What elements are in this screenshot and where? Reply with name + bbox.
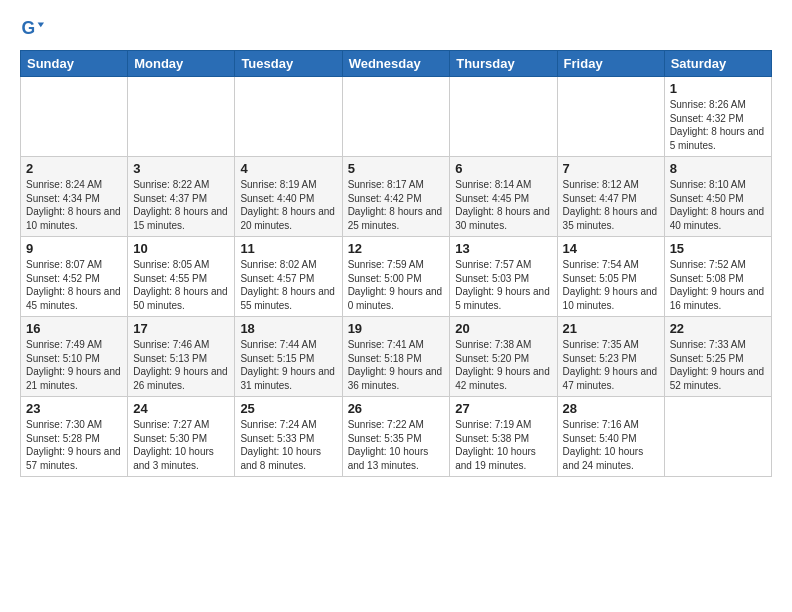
day-detail: Sunrise: 7:16 AMSunset: 5:40 PMDaylight:…	[563, 418, 659, 472]
day-number: 22	[670, 321, 766, 336]
day-detail: Sunrise: 7:19 AMSunset: 5:38 PMDaylight:…	[455, 418, 551, 472]
day-number: 9	[26, 241, 122, 256]
day-cell: 1Sunrise: 8:26 AMSunset: 4:32 PMDaylight…	[664, 77, 771, 157]
day-number: 15	[670, 241, 766, 256]
day-cell: 25Sunrise: 7:24 AMSunset: 5:33 PMDayligh…	[235, 397, 342, 477]
day-cell	[21, 77, 128, 157]
day-detail: Sunrise: 7:59 AMSunset: 5:00 PMDaylight:…	[348, 258, 445, 312]
day-number: 1	[670, 81, 766, 96]
day-detail: Sunrise: 7:57 AMSunset: 5:03 PMDaylight:…	[455, 258, 551, 312]
day-number: 19	[348, 321, 445, 336]
day-cell: 10Sunrise: 8:05 AMSunset: 4:55 PMDayligh…	[128, 237, 235, 317]
week-row-1: 1Sunrise: 8:26 AMSunset: 4:32 PMDaylight…	[21, 77, 772, 157]
day-cell	[557, 77, 664, 157]
col-header-thursday: Thursday	[450, 51, 557, 77]
day-detail: Sunrise: 7:46 AMSunset: 5:13 PMDaylight:…	[133, 338, 229, 392]
logo: G	[20, 16, 48, 40]
day-cell	[235, 77, 342, 157]
day-number: 14	[563, 241, 659, 256]
day-number: 5	[348, 161, 445, 176]
day-cell: 13Sunrise: 7:57 AMSunset: 5:03 PMDayligh…	[450, 237, 557, 317]
day-number: 17	[133, 321, 229, 336]
day-detail: Sunrise: 8:07 AMSunset: 4:52 PMDaylight:…	[26, 258, 122, 312]
day-cell	[664, 397, 771, 477]
day-cell: 2Sunrise: 8:24 AMSunset: 4:34 PMDaylight…	[21, 157, 128, 237]
page-header: G	[20, 16, 772, 40]
col-header-tuesday: Tuesday	[235, 51, 342, 77]
col-header-friday: Friday	[557, 51, 664, 77]
day-detail: Sunrise: 8:22 AMSunset: 4:37 PMDaylight:…	[133, 178, 229, 232]
day-number: 16	[26, 321, 122, 336]
day-detail: Sunrise: 7:41 AMSunset: 5:18 PMDaylight:…	[348, 338, 445, 392]
day-cell: 20Sunrise: 7:38 AMSunset: 5:20 PMDayligh…	[450, 317, 557, 397]
logo-icon: G	[20, 16, 44, 40]
day-cell: 15Sunrise: 7:52 AMSunset: 5:08 PMDayligh…	[664, 237, 771, 317]
day-detail: Sunrise: 8:19 AMSunset: 4:40 PMDaylight:…	[240, 178, 336, 232]
day-cell: 11Sunrise: 8:02 AMSunset: 4:57 PMDayligh…	[235, 237, 342, 317]
day-cell: 6Sunrise: 8:14 AMSunset: 4:45 PMDaylight…	[450, 157, 557, 237]
day-number: 3	[133, 161, 229, 176]
calendar-page: G SundayMondayTuesdayWednesdayThursdayFr…	[0, 0, 792, 497]
day-number: 21	[563, 321, 659, 336]
week-row-4: 16Sunrise: 7:49 AMSunset: 5:10 PMDayligh…	[21, 317, 772, 397]
day-number: 11	[240, 241, 336, 256]
day-number: 25	[240, 401, 336, 416]
day-cell: 3Sunrise: 8:22 AMSunset: 4:37 PMDaylight…	[128, 157, 235, 237]
day-cell: 16Sunrise: 7:49 AMSunset: 5:10 PMDayligh…	[21, 317, 128, 397]
col-header-sunday: Sunday	[21, 51, 128, 77]
day-cell: 27Sunrise: 7:19 AMSunset: 5:38 PMDayligh…	[450, 397, 557, 477]
day-number: 13	[455, 241, 551, 256]
day-detail: Sunrise: 7:38 AMSunset: 5:20 PMDaylight:…	[455, 338, 551, 392]
day-cell: 22Sunrise: 7:33 AMSunset: 5:25 PMDayligh…	[664, 317, 771, 397]
day-cell: 7Sunrise: 8:12 AMSunset: 4:47 PMDaylight…	[557, 157, 664, 237]
day-detail: Sunrise: 8:14 AMSunset: 4:45 PMDaylight:…	[455, 178, 551, 232]
day-cell: 8Sunrise: 8:10 AMSunset: 4:50 PMDaylight…	[664, 157, 771, 237]
day-number: 7	[563, 161, 659, 176]
day-number: 10	[133, 241, 229, 256]
calendar-header-row: SundayMondayTuesdayWednesdayThursdayFrid…	[21, 51, 772, 77]
col-header-saturday: Saturday	[664, 51, 771, 77]
day-number: 6	[455, 161, 551, 176]
week-row-2: 2Sunrise: 8:24 AMSunset: 4:34 PMDaylight…	[21, 157, 772, 237]
svg-marker-1	[38, 22, 44, 27]
day-number: 4	[240, 161, 336, 176]
day-cell: 17Sunrise: 7:46 AMSunset: 5:13 PMDayligh…	[128, 317, 235, 397]
day-cell: 26Sunrise: 7:22 AMSunset: 5:35 PMDayligh…	[342, 397, 450, 477]
day-detail: Sunrise: 8:17 AMSunset: 4:42 PMDaylight:…	[348, 178, 445, 232]
day-cell: 18Sunrise: 7:44 AMSunset: 5:15 PMDayligh…	[235, 317, 342, 397]
day-detail: Sunrise: 8:05 AMSunset: 4:55 PMDaylight:…	[133, 258, 229, 312]
week-row-3: 9Sunrise: 8:07 AMSunset: 4:52 PMDaylight…	[21, 237, 772, 317]
day-detail: Sunrise: 7:33 AMSunset: 5:25 PMDaylight:…	[670, 338, 766, 392]
day-detail: Sunrise: 7:54 AMSunset: 5:05 PMDaylight:…	[563, 258, 659, 312]
day-number: 20	[455, 321, 551, 336]
day-number: 8	[670, 161, 766, 176]
week-row-5: 23Sunrise: 7:30 AMSunset: 5:28 PMDayligh…	[21, 397, 772, 477]
day-cell: 21Sunrise: 7:35 AMSunset: 5:23 PMDayligh…	[557, 317, 664, 397]
col-header-wednesday: Wednesday	[342, 51, 450, 77]
day-detail: Sunrise: 7:22 AMSunset: 5:35 PMDaylight:…	[348, 418, 445, 472]
day-number: 2	[26, 161, 122, 176]
day-number: 27	[455, 401, 551, 416]
day-cell: 14Sunrise: 7:54 AMSunset: 5:05 PMDayligh…	[557, 237, 664, 317]
day-detail: Sunrise: 7:35 AMSunset: 5:23 PMDaylight:…	[563, 338, 659, 392]
day-cell	[342, 77, 450, 157]
day-number: 24	[133, 401, 229, 416]
day-cell: 24Sunrise: 7:27 AMSunset: 5:30 PMDayligh…	[128, 397, 235, 477]
day-detail: Sunrise: 8:24 AMSunset: 4:34 PMDaylight:…	[26, 178, 122, 232]
day-detail: Sunrise: 8:02 AMSunset: 4:57 PMDaylight:…	[240, 258, 336, 312]
day-cell: 23Sunrise: 7:30 AMSunset: 5:28 PMDayligh…	[21, 397, 128, 477]
day-detail: Sunrise: 8:26 AMSunset: 4:32 PMDaylight:…	[670, 98, 766, 152]
day-number: 26	[348, 401, 445, 416]
day-cell: 4Sunrise: 8:19 AMSunset: 4:40 PMDaylight…	[235, 157, 342, 237]
day-cell: 12Sunrise: 7:59 AMSunset: 5:00 PMDayligh…	[342, 237, 450, 317]
day-detail: Sunrise: 7:24 AMSunset: 5:33 PMDaylight:…	[240, 418, 336, 472]
day-cell: 19Sunrise: 7:41 AMSunset: 5:18 PMDayligh…	[342, 317, 450, 397]
calendar-table: SundayMondayTuesdayWednesdayThursdayFrid…	[20, 50, 772, 477]
day-detail: Sunrise: 7:27 AMSunset: 5:30 PMDaylight:…	[133, 418, 229, 472]
svg-text:G: G	[22, 18, 36, 38]
day-detail: Sunrise: 7:30 AMSunset: 5:28 PMDaylight:…	[26, 418, 122, 472]
day-number: 23	[26, 401, 122, 416]
day-detail: Sunrise: 8:12 AMSunset: 4:47 PMDaylight:…	[563, 178, 659, 232]
day-number: 12	[348, 241, 445, 256]
day-number: 28	[563, 401, 659, 416]
